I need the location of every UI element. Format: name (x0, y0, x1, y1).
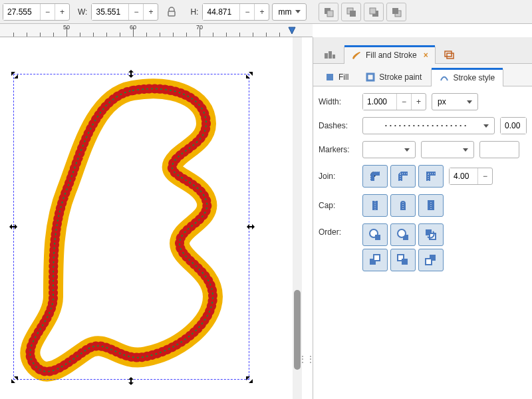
svg-rect-15 (327, 74, 333, 80)
order-btn-5[interactable] (390, 249, 416, 271)
x-decrement[interactable]: − (40, 4, 55, 20)
x-input[interactable] (3, 4, 40, 20)
marker-end-select[interactable] (479, 141, 519, 158)
miter-field[interactable]: − (449, 168, 493, 185)
subtab-stroke-paint[interactable]: Stroke paint (358, 68, 430, 86)
dashes-offset-input[interactable] (501, 118, 526, 134)
handle-ne[interactable] (245, 70, 254, 80)
handle-n[interactable] (126, 69, 136, 78)
cap-square-button[interactable] (418, 194, 444, 217)
w-increment[interactable]: + (143, 4, 158, 20)
ruler-position-marker-icon (287, 25, 297, 35)
w-input[interactable] (92, 4, 128, 20)
cap-butt-button[interactable] (362, 194, 388, 217)
cap-round-button[interactable] (390, 194, 416, 217)
dock-tabs: Fill and Stroke × (313, 37, 532, 64)
order-btn-4[interactable] (362, 249, 388, 271)
horizontal-ruler: 50 60 70 (0, 24, 313, 37)
row-cap: Cap: (319, 194, 527, 217)
row-markers: Markers: (319, 141, 527, 158)
unit-value: mm (278, 7, 291, 17)
h-field[interactable]: − + (202, 3, 269, 21)
join-miter-button[interactable] (418, 165, 444, 188)
subtab-label: Stroke paint (379, 72, 422, 82)
subtab-label: Fill (338, 72, 348, 82)
selection-box[interactable] (13, 74, 249, 380)
close-icon[interactable]: × (424, 51, 428, 60)
svg-rect-10 (325, 53, 328, 59)
stroke-style-panel: Width: − + px Dashes: • • • • • • • • • … (313, 86, 532, 399)
svg-rect-6 (370, 8, 376, 14)
panel-resize-grip-icon[interactable]: ⋮⋮ (302, 352, 311, 366)
cap-label: Cap: (319, 201, 357, 210)
dashes-offset-field[interactable] (500, 117, 527, 134)
ruler-label: 50 (63, 24, 70, 31)
svg-rect-16 (367, 74, 374, 80)
svg-rect-39 (426, 259, 432, 265)
handle-e[interactable] (246, 222, 255, 231)
x-increment[interactable]: + (55, 4, 69, 20)
dock-tab-align[interactable] (317, 46, 342, 63)
chevron-down-icon (295, 10, 301, 13)
raise-button[interactable] (341, 3, 361, 21)
subtab-stroke-style[interactable]: Stroke style (431, 68, 503, 86)
row-width: Width: − + px (319, 93, 527, 110)
h-decrement[interactable]: − (239, 4, 254, 20)
marker-mid-select[interactable] (421, 141, 474, 158)
x-field[interactable]: − + (3, 3, 70, 21)
join-bevel-button[interactable] (390, 165, 416, 188)
canvas[interactable] (0, 37, 293, 399)
lock-aspect-icon[interactable] (164, 4, 180, 20)
h-increment[interactable]: + (254, 4, 269, 20)
handle-s[interactable] (126, 376, 136, 386)
vertical-scrollbar[interactable] (293, 37, 302, 399)
handle-nw[interactable] (10, 70, 19, 80)
w-field[interactable]: − + (91, 3, 158, 21)
svg-rect-2 (327, 11, 333, 17)
width-decrement[interactable]: − (396, 94, 411, 110)
markers-label: Markers: (319, 145, 357, 154)
h-label: H: (190, 7, 198, 17)
svg-marker-9 (289, 27, 295, 34)
w-label: W: (78, 7, 87, 17)
order-btn-6[interactable] (418, 249, 444, 271)
order-btn-2[interactable] (390, 223, 416, 246)
width-increment[interactable]: + (411, 94, 426, 110)
w-decrement[interactable]: − (128, 4, 143, 20)
miter-input[interactable] (450, 168, 477, 184)
handle-se[interactable] (245, 375, 254, 384)
stroke-paint-icon (366, 72, 375, 82)
svg-rect-13 (445, 51, 452, 57)
lower-button[interactable] (364, 3, 384, 21)
fill-icon (325, 72, 334, 82)
unit-select[interactable]: mm (272, 3, 307, 21)
marker-start-select[interactable] (362, 141, 416, 158)
svg-rect-35 (374, 255, 380, 261)
ruler-label: 60 (130, 24, 136, 31)
order-btn-1[interactable] (362, 223, 388, 246)
miter-decrement[interactable]: − (477, 168, 492, 184)
chevron-down-icon (404, 148, 410, 152)
dock-tab-fill-stroke[interactable]: Fill and Stroke × (344, 46, 436, 64)
width-unit-select[interactable]: px (432, 93, 478, 110)
order-btn-3[interactable] (418, 223, 444, 246)
h-input[interactable] (203, 4, 239, 20)
dock-tab-label: Fill and Stroke (366, 51, 417, 60)
handle-sw[interactable] (10, 375, 19, 384)
subtab-fill[interactable]: Fill (317, 68, 356, 86)
subtab-label: Stroke style (453, 73, 495, 82)
width-label: Width: (319, 97, 357, 106)
join-round-button[interactable] (362, 165, 388, 188)
handle-w[interactable] (9, 222, 18, 231)
fill-stroke-subtabs: Fill Stroke paint Stroke style (313, 64, 532, 86)
dashes-select[interactable]: • • • • • • • • • • • • • • • • • • (362, 117, 495, 134)
dock-tab-other[interactable] (437, 46, 462, 63)
width-field[interactable]: − + (362, 93, 426, 110)
lower-bottom-button[interactable] (386, 3, 406, 21)
width-input[interactable] (363, 94, 396, 110)
svg-rect-4 (350, 11, 356, 17)
row-order: Order: (319, 223, 527, 271)
chevron-down-icon (483, 124, 489, 128)
raise-top-button[interactable] (319, 3, 338, 21)
svg-rect-0 (168, 11, 175, 16)
